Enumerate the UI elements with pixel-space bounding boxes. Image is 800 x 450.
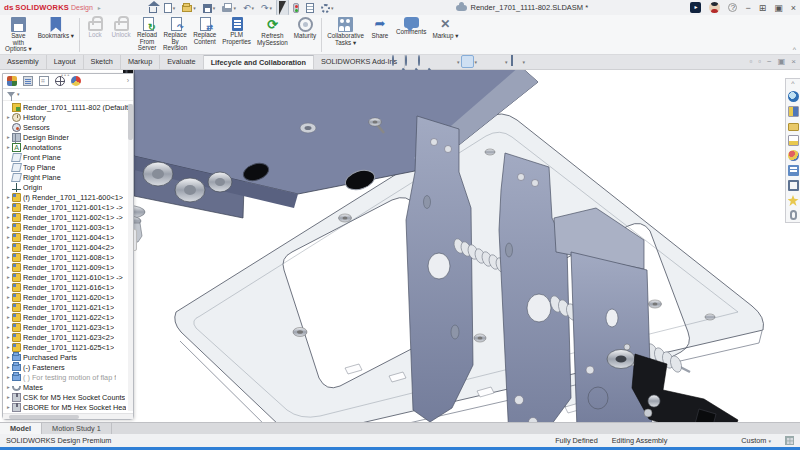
file-explorer-tab[interactable] bbox=[788, 123, 799, 131]
dimxpertmanager-tab[interactable] bbox=[55, 76, 65, 86]
tree-item[interactable]: ▸Render_1701_1121-621<1> bbox=[5, 302, 133, 312]
configurationmanager-tab[interactable] bbox=[39, 76, 49, 86]
replace-content-button[interactable]: Replace Content bbox=[190, 16, 219, 54]
tree-item[interactable]: Front Plane bbox=[5, 152, 133, 162]
apply-scene-button[interactable] bbox=[492, 56, 503, 67]
expand-arrow-icon[interactable]: ▸ bbox=[5, 274, 12, 280]
tree-item[interactable]: ▸Design Binder bbox=[5, 132, 133, 142]
expand-arrow-icon[interactable]: ▸ bbox=[5, 144, 12, 150]
expand-arrow-icon[interactable]: ▸ bbox=[5, 304, 12, 310]
statusbar-grid-icon[interactable] bbox=[785, 436, 794, 445]
expand-arrow-icon[interactable]: ▸ bbox=[5, 394, 12, 400]
tree-item[interactable]: Render_1701_1111-802 (Default) bbox=[5, 102, 133, 112]
custom-properties-tab[interactable] bbox=[788, 165, 799, 176]
tree-horizontal-scrollbar[interactable] bbox=[3, 413, 133, 419]
expand-arrow-icon[interactable]: ▸ bbox=[5, 204, 12, 210]
expand-arrow-icon[interactable]: ▸ bbox=[5, 244, 12, 250]
featuremanager-tab[interactable] bbox=[7, 76, 17, 86]
tab-markup[interactable]: Markup bbox=[121, 55, 160, 69]
tree-item[interactable]: ▸CBORE for M5 Hex Socket Hea bbox=[5, 402, 133, 412]
zoom-to-fit-button[interactable] bbox=[392, 56, 403, 67]
tab-layout[interactable]: Layout bbox=[47, 55, 84, 69]
solidworks-resources-tab[interactable] bbox=[788, 91, 799, 102]
expand-arrow-icon[interactable]: ▸ bbox=[5, 114, 12, 120]
tree-item[interactable]: ▸Render_1701_1121-623<2> bbox=[5, 332, 133, 342]
expand-arrow-icon[interactable]: ▸ bbox=[5, 264, 12, 270]
tree-item[interactable]: Sensors bbox=[5, 122, 133, 132]
print-button[interactable]: ▾ bbox=[220, 2, 238, 13]
collaborative-tasks-button[interactable]: Collaborative Tasks ▾ bbox=[324, 16, 367, 54]
expand-arrow-icon[interactable]: ▸ bbox=[5, 294, 12, 300]
save-with-options-button[interactable]: Save with Options ▾ bbox=[2, 16, 35, 54]
tree-item[interactable]: ▸Render_1701_1121-622<1> bbox=[5, 312, 133, 322]
filter-icon[interactable] bbox=[7, 92, 15, 97]
dropdown-caret-icon[interactable]: ▾ bbox=[457, 59, 460, 65]
dropdown-caret-icon[interactable]: ▾ bbox=[233, 5, 236, 11]
tree-item[interactable]: ▸Render_1701_1121-603<1> bbox=[5, 222, 133, 232]
tree-item[interactable]: ▸Render_1701_1121-625<1> bbox=[5, 342, 133, 352]
tab-evaluate[interactable]: Evaluate bbox=[160, 55, 203, 69]
expand-arrow-icon[interactable]: ▸ bbox=[5, 354, 12, 360]
expand-arrow-icon[interactable]: ▸ bbox=[5, 194, 12, 200]
tab-lifecycle-and-collaboration[interactable]: Lifecycle and Collaboration bbox=[204, 55, 314, 69]
tab-sketch[interactable]: Sketch bbox=[84, 55, 121, 69]
tree-item[interactable]: ▸Render_1701_1121-620<1> bbox=[5, 292, 133, 302]
design-library-tab[interactable] bbox=[788, 106, 799, 117]
dropdown-caret-icon[interactable]: ▾ bbox=[213, 5, 216, 11]
user-avatar[interactable] bbox=[709, 2, 720, 13]
expand-arrow-icon[interactable]: ▸ bbox=[5, 254, 12, 260]
display-style-button[interactable] bbox=[462, 56, 473, 67]
options-button[interactable]: ▾ bbox=[319, 2, 336, 14]
displaymanager-tab[interactable] bbox=[71, 76, 81, 86]
expand-arrow-icon[interactable]: ▸ bbox=[5, 344, 12, 350]
share-button[interactable]: ➦Share bbox=[367, 16, 393, 54]
3d-viewport[interactable]: y x z ••• › ▾ Render_1701_1111-802 (Defa… bbox=[0, 70, 800, 422]
tree-item[interactable]: Origin bbox=[5, 182, 133, 192]
expand-arrow-icon[interactable]: ▸ bbox=[5, 404, 12, 410]
logo-flyout-arrow-icon[interactable]: ▸ bbox=[98, 4, 101, 11]
expand-arrow-icon[interactable]: ▸ bbox=[5, 314, 12, 320]
section-view-button[interactable] bbox=[431, 56, 442, 67]
view-settings-button[interactable] bbox=[510, 56, 521, 67]
close-doc-icon[interactable]: × bbox=[791, 57, 796, 66]
tree-item[interactable]: ▸(-) Fasteners bbox=[5, 362, 133, 372]
bookmarks-button[interactable]: Bookmarks ▾ bbox=[35, 16, 77, 54]
attachments-tab[interactable] bbox=[790, 210, 797, 220]
tree-item[interactable]: ▸Render_1701_1121-604<2> bbox=[5, 242, 133, 252]
tree-item[interactable]: ▸Render_1701_1121-604<1> bbox=[5, 232, 133, 242]
tree-item[interactable]: Top Plane bbox=[5, 162, 133, 172]
replace-by-revision-button[interactable]: Replace By Revision bbox=[160, 16, 190, 54]
tree-item[interactable]: ▸Render_1701_1121-610<1> -> bbox=[5, 272, 133, 282]
help-icon[interactable]: ? bbox=[728, 3, 737, 12]
close-icon[interactable]: × bbox=[791, 3, 796, 13]
tree-item[interactable]: ▸Purchased Parts bbox=[5, 352, 133, 362]
tree-item[interactable]: ▸Render_1701_1121-616<1> bbox=[5, 282, 133, 292]
tab-motion-study-1[interactable]: Motion Study 1 bbox=[42, 423, 112, 434]
collapse-ribbon-icon[interactable]: ^ bbox=[793, 46, 796, 53]
new-window-icon[interactable]: ▫ bbox=[749, 57, 752, 66]
taskpane-collapse-icon[interactable]: ^ bbox=[791, 81, 794, 87]
tab-assembly[interactable]: Assembly bbox=[0, 55, 47, 69]
dropdown-caret-icon[interactable]: ▾ bbox=[523, 59, 526, 65]
propertymanager-tab[interactable] bbox=[23, 76, 33, 86]
tree-item[interactable]: ▸Annotations bbox=[5, 142, 133, 152]
tree-item[interactable]: ▸Render_1701_1121-601<1> -> bbox=[5, 202, 133, 212]
expand-arrow-icon[interactable]: ▸ bbox=[5, 384, 12, 390]
expand-arrow-icon[interactable]: ▸ bbox=[5, 284, 12, 290]
expand-arrow-icon[interactable]: ▸ bbox=[5, 364, 12, 370]
rebuild-button[interactable] bbox=[291, 2, 301, 14]
tree-item[interactable]: ▸DerivedLPattern1 bbox=[5, 412, 133, 413]
reload-from-server-button[interactable]: Reload From Server bbox=[134, 16, 160, 54]
expand-arrow-icon[interactable]: ▸ bbox=[5, 234, 12, 240]
dropdown-caret-icon[interactable]: ▾ bbox=[505, 59, 508, 65]
refresh-mysession-button[interactable]: ⟳Refresh MySession bbox=[254, 16, 291, 54]
restore-icon[interactable]: ▣ bbox=[774, 3, 783, 13]
tree-item[interactable]: ▸Render_1701_1121-602<1> -> bbox=[5, 212, 133, 222]
home-button[interactable] bbox=[147, 2, 159, 14]
dropdown-caret-icon[interactable]: ▾ bbox=[475, 59, 478, 65]
expand-arrow-icon[interactable]: ▸ bbox=[5, 134, 12, 140]
tree-item[interactable]: ▸History bbox=[5, 112, 133, 122]
previous-view-button[interactable] bbox=[418, 56, 429, 67]
zoom-to-area-button[interactable] bbox=[405, 56, 416, 67]
view-orientation-button[interactable] bbox=[444, 56, 455, 67]
